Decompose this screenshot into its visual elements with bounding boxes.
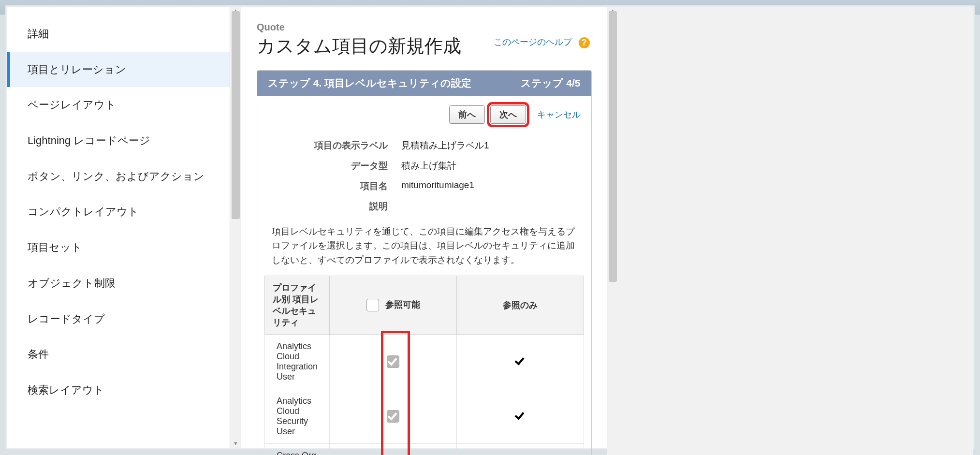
fls-readonly-cell: [456, 335, 584, 389]
sidebar-item-label: ボタン、リンク、およびアクション: [28, 170, 205, 182]
sidebar-list: 詳細 項目とリレーション ページレイアウト Lightning レコードページ …: [7, 7, 230, 448]
field-display-label-value: 見積積み上げラベル1: [401, 139, 489, 152]
scrollbar-thumb[interactable]: [609, 11, 617, 282]
table-row: Analytics Cloud Integration User: [265, 335, 584, 389]
sidebar-item-label: 詳細: [28, 28, 49, 40]
fls-visible-cell: [330, 335, 457, 389]
fls-table: プロファイル別 項目レベルセキュリティ 参照可能 参照のみ Analytics …: [264, 276, 584, 455]
sidebar-item-label: 項目とリレーション: [28, 63, 126, 75]
field-display-label-caption: 項目の表示ラベル: [277, 139, 401, 152]
fls-profile-cell: Cross Org Data Proxy User: [265, 444, 330, 455]
field-datatype-caption: データ型: [277, 160, 401, 172]
fls-header-profile: プロファイル別 項目レベルセキュリティ: [265, 276, 330, 335]
sidebar-scrollbar[interactable]: ▴ ▾: [230, 7, 241, 448]
check-icon: [514, 356, 526, 367]
field-datatype-value: 積み上げ集計: [401, 160, 456, 172]
next-button[interactable]: 次へ: [490, 105, 526, 124]
fls-header-visible-checkbox[interactable]: [366, 299, 379, 311]
help-icon: ?: [579, 37, 590, 48]
fls-header-visible: 参照可能: [330, 276, 457, 335]
cancel-link[interactable]: キャンセル: [537, 110, 581, 119]
sidebar-item-label: ページレイアウト: [28, 99, 116, 111]
sidebar-item-validation-rules[interactable]: 条件: [7, 337, 230, 372]
fls-profile-cell: Analytics Cloud Security User: [265, 389, 330, 444]
fls-header-readonly: 参照のみ: [456, 276, 584, 335]
help-link[interactable]: このページのヘルプ ?: [494, 36, 589, 48]
chevron-down-icon[interactable]: ▾: [232, 440, 239, 447]
step-title: ステップ 4. 項目レベルセキュリティの設定: [268, 76, 471, 90]
check-icon: [514, 411, 526, 422]
sidebar-item-compact-layouts[interactable]: コンパクトレイアウト: [7, 194, 230, 230]
scrollbar-thumb[interactable]: [232, 11, 240, 219]
help-link-text: このページのヘルプ: [494, 37, 572, 47]
field-info-block: 項目の表示ラベル 見積積み上げラベル1 データ型 積み上げ集計 項目名 mitu…: [257, 127, 591, 220]
fls-description: 項目レベルセキュリティを通じて、この項目に編集アクセス権を与えるプロファイルを選…: [257, 220, 591, 276]
field-apiname-value: mitumoritumiage1: [401, 180, 474, 192]
fls-readonly-cell: [456, 444, 584, 455]
sidebar-item-label: レコードタイプ: [28, 313, 105, 325]
fls-visible-checkbox[interactable]: [387, 355, 399, 368]
button-row: 前へ 次へ キャンセル: [257, 96, 591, 127]
fls-readonly-cell: [456, 389, 584, 444]
table-row: Cross Org Data Proxy User: [265, 444, 584, 455]
sidebar-item-page-layouts[interactable]: ページレイアウト: [7, 87, 230, 123]
sidebar-item-field-sets[interactable]: 項目セット: [7, 230, 230, 265]
previous-button[interactable]: 前へ: [449, 105, 485, 124]
field-description-caption: 説明: [277, 200, 401, 213]
sidebar-item-search-layouts[interactable]: 検索レイアウト: [7, 372, 230, 408]
sidebar-item-object-limits[interactable]: オブジェクト制限: [7, 265, 230, 301]
main-scrollbar[interactable]: ▴ ▾: [607, 7, 973, 455]
table-row: Analytics Cloud Security User: [265, 389, 584, 444]
sidebar-item-label: 条件: [28, 348, 49, 360]
sidebar-item-fields-relations[interactable]: 項目とリレーション: [7, 52, 230, 88]
sidebar-item-label: コンパクトレイアウト: [28, 205, 139, 218]
object-label: Quote: [257, 22, 592, 33]
fls-profile-cell: Analytics Cloud Integration User: [265, 335, 330, 389]
step-header: ステップ 4. 項目レベルセキュリティの設定 ステップ 4/5: [257, 71, 591, 96]
sidebar-item-buttons-links-actions[interactable]: ボタン、リンク、およびアクション: [7, 159, 230, 194]
sidebar-item-label: オブジェクト制限: [28, 277, 116, 289]
sidebar-item-label: 検索レイアウト: [28, 384, 104, 396]
fls-header-visible-label: 参照可能: [385, 300, 420, 309]
sidebar-item-detail[interactable]: 詳細: [7, 16, 230, 52]
fls-visible-cell: [330, 444, 457, 455]
field-apiname-caption: 項目名: [277, 180, 401, 192]
fls-visible-checkbox[interactable]: [387, 410, 399, 423]
sidebar: 詳細 項目とリレーション ページレイアウト Lightning レコードページ …: [7, 7, 230, 448]
fls-visible-cell: [330, 389, 457, 444]
sidebar-item-label: 項目セット: [28, 241, 82, 253]
sidebar-item-lightning-record-pages[interactable]: Lightning レコードページ: [7, 123, 230, 159]
step-panel: ステップ 4. 項目レベルセキュリティの設定 ステップ 4/5 前へ 次へ キャ…: [257, 70, 592, 455]
step-progress: ステップ 4/5: [521, 76, 580, 90]
main-content: Quote カスタム項目の新規作成 このページのヘルプ ? ステップ 4. 項目…: [241, 7, 607, 448]
sidebar-item-record-types[interactable]: レコードタイプ: [7, 301, 230, 337]
sidebar-item-label: Lightning レコードページ: [28, 134, 150, 147]
